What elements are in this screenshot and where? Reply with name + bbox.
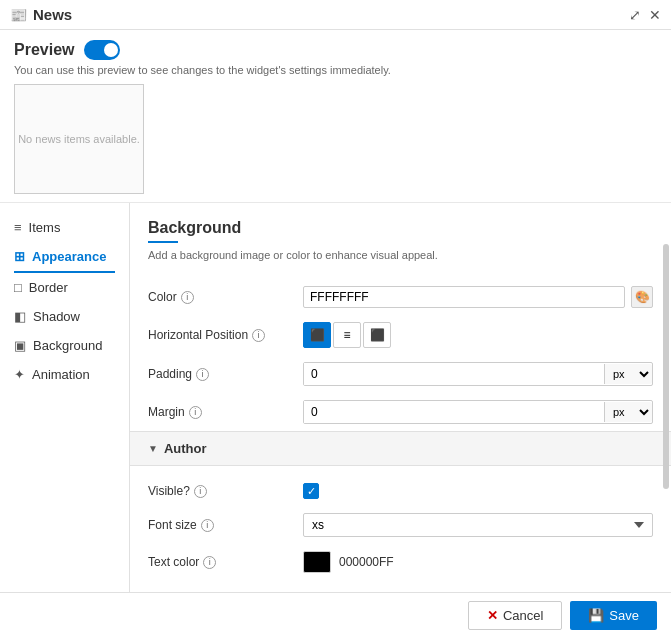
sidebar-appearance-label: Appearance: [32, 249, 106, 264]
sidebar-item-shadow[interactable]: ◧ Shadow: [0, 302, 129, 331]
sidebar-item-items[interactable]: ≡ Items: [0, 213, 129, 242]
sidebar-item-animation[interactable]: ✦ Animation: [0, 360, 129, 389]
horizontal-position-info-icon[interactable]: i: [252, 329, 265, 342]
save-icon: 💾: [588, 608, 604, 623]
background-title: Background: [148, 219, 653, 237]
sidebar-item-border[interactable]: □ Border: [0, 273, 129, 302]
background-icon: ▣: [14, 338, 26, 353]
checkbox-check-icon: ✓: [307, 485, 316, 498]
save-button[interactable]: 💾 Save: [570, 601, 657, 630]
color-picker-icon: 🎨: [635, 290, 650, 304]
sidebar-items-label: Items: [29, 220, 61, 235]
margin-label: Margin i: [148, 405, 293, 419]
dialog-title: News: [33, 6, 72, 23]
pos-left-icon: ⬛: [310, 328, 325, 342]
save-label: Save: [609, 608, 639, 623]
padding-input-wrap: px%emrem: [303, 362, 653, 386]
text-color-swatch[interactable]: [303, 551, 331, 573]
visible-info-icon[interactable]: i: [194, 485, 207, 498]
pos-right-icon: ⬛: [370, 328, 385, 342]
padding-input[interactable]: [304, 363, 604, 385]
background-section-header: Background Add a background image or col…: [130, 203, 671, 279]
color-input-wrap: [303, 286, 625, 308]
header-icons: ⤢ ✕: [629, 7, 661, 23]
margin-input-wrap: px%emrem: [303, 400, 653, 424]
color-control: 🎨: [303, 286, 653, 308]
font-size-label: Font size i: [148, 518, 293, 532]
padding-label: Padding i: [148, 367, 293, 381]
padding-info-icon[interactable]: i: [196, 368, 209, 381]
expand-icon[interactable]: ⤢: [629, 7, 641, 23]
items-icon: ≡: [14, 220, 22, 235]
margin-control: px%emrem: [303, 400, 653, 424]
author-collapse-arrow: ▼: [148, 443, 158, 454]
padding-unit-select[interactable]: px%emrem: [604, 364, 652, 384]
background-desc: Add a background image or color to enhan…: [148, 249, 653, 261]
sidebar-animation-label: Animation: [32, 367, 90, 382]
text-color-label: Text color i: [148, 555, 293, 569]
preview-hint: You can use this preview to see changes …: [14, 64, 657, 76]
color-input[interactable]: [310, 290, 618, 304]
author-section-title: Author: [164, 441, 207, 456]
text-color-control: 000000FF: [303, 551, 653, 573]
preview-box-text: No news items available.: [18, 133, 140, 145]
pos-left-button[interactable]: ⬛: [303, 322, 331, 348]
color-row: Color i 🎨: [130, 279, 671, 315]
close-icon[interactable]: ✕: [649, 7, 661, 23]
sidebar-item-background[interactable]: ▣ Background: [0, 331, 129, 360]
news-icon: 📰: [10, 7, 27, 23]
text-color-info-icon[interactable]: i: [203, 556, 216, 569]
author-collapsible-header[interactable]: ▼ Author: [130, 431, 671, 466]
font-size-info-icon[interactable]: i: [201, 519, 214, 532]
shadow-icon: ◧: [14, 309, 26, 324]
preview-label: Preview: [14, 41, 74, 59]
horizontal-position-label: Horizontal Position i: [148, 328, 293, 342]
color-label: Color i: [148, 290, 293, 304]
main-area: ≡ Items ⊞ Appearance □ Border ◧ Shadow ▣…: [0, 203, 671, 611]
text-color-row: Text color i 000000FF: [130, 544, 671, 580]
preview-section: Preview You can use this preview to see …: [0, 30, 671, 203]
visible-row: Visible? i ✓: [130, 476, 671, 506]
section-underline: [148, 241, 178, 243]
font-size-select[interactable]: xssmmdlgxl: [303, 513, 653, 537]
position-button-group: ⬛ ≡ ⬛: [303, 322, 391, 348]
padding-control: px%emrem: [303, 362, 653, 386]
margin-unit-select[interactable]: px%emrem: [604, 402, 652, 422]
toggle-slider: [84, 40, 120, 60]
color-picker-button[interactable]: 🎨: [631, 286, 653, 308]
pos-center-button[interactable]: ≡: [333, 322, 361, 348]
margin-info-icon[interactable]: i: [189, 406, 202, 419]
dialog-header: 📰 News ⤢ ✕: [0, 0, 671, 30]
preview-label-row: Preview: [14, 40, 657, 60]
animation-icon: ✦: [14, 367, 25, 382]
cancel-label: Cancel: [503, 608, 543, 623]
sidebar-item-appearance[interactable]: ⊞ Appearance: [0, 242, 129, 271]
visible-label: Visible? i: [148, 484, 293, 498]
author-section: Visible? i ✓ Font size i xssmmdlgxl: [130, 466, 671, 590]
right-panel: Background Add a background image or col…: [130, 203, 671, 611]
margin-row: Margin i px%emrem: [130, 393, 671, 431]
cancel-button[interactable]: ✕ Cancel: [468, 601, 562, 630]
scroll-indicator: [663, 244, 669, 489]
appearance-icon: ⊞: [14, 249, 25, 264]
footer: ✕ Cancel 💾 Save: [0, 592, 671, 638]
horizontal-position-row: Horizontal Position i ⬛ ≡ ⬛: [130, 315, 671, 355]
padding-row: Padding i px%emrem: [130, 355, 671, 393]
pos-center-icon: ≡: [343, 328, 350, 342]
sidebar-border-label: Border: [29, 280, 68, 295]
border-icon: □: [14, 280, 22, 295]
header-left: 📰 News: [10, 6, 72, 23]
pos-right-button[interactable]: ⬛: [363, 322, 391, 348]
horizontal-position-control: ⬛ ≡ ⬛: [303, 322, 653, 348]
preview-toggle[interactable]: [84, 40, 120, 60]
sidebar: ≡ Items ⊞ Appearance □ Border ◧ Shadow ▣…: [0, 203, 130, 611]
visible-control: ✓: [303, 483, 653, 499]
visible-checkbox[interactable]: ✓: [303, 483, 319, 499]
text-color-value: 000000FF: [339, 555, 394, 569]
cancel-icon: ✕: [487, 608, 498, 623]
font-size-control: xssmmdlgxl: [303, 513, 653, 537]
font-size-row: Font size i xssmmdlgxl: [130, 506, 671, 544]
margin-input[interactable]: [304, 401, 604, 423]
color-info-icon[interactable]: i: [181, 291, 194, 304]
sidebar-shadow-label: Shadow: [33, 309, 80, 324]
